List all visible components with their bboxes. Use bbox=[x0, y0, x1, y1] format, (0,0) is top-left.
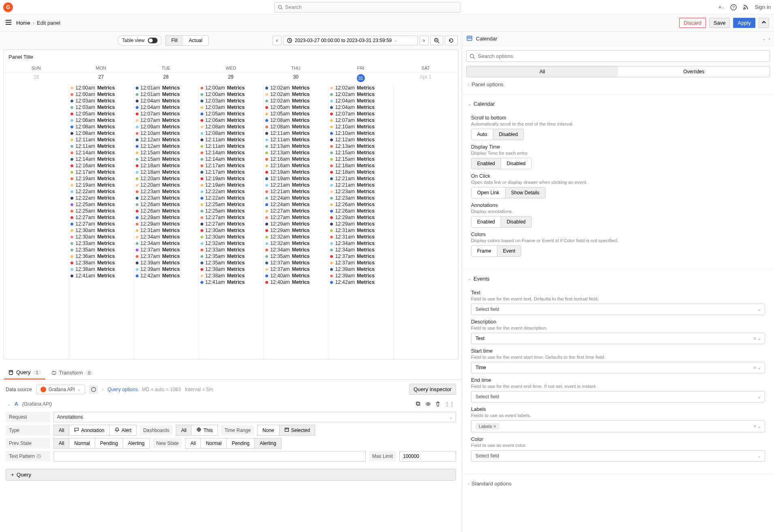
calendar-date-cell[interactable]: 29 bbox=[198, 72, 263, 84]
calendar-event[interactable]: 12:41amMetrics bbox=[200, 279, 262, 285]
calendar-event[interactable]: 12:27amMetrics bbox=[200, 221, 262, 227]
description-field-select[interactable]: Text × ⌄ bbox=[471, 333, 765, 344]
calendar-event[interactable]: 12:08amMetrics bbox=[70, 123, 132, 130]
displaytime-disabled-button[interactable]: Disabled bbox=[501, 158, 531, 169]
calendar-event[interactable]: 12:08amMetrics bbox=[265, 123, 326, 130]
calendar-event[interactable]: 12:26amMetrics bbox=[330, 201, 391, 208]
calendar-event[interactable]: 12:31amMetrics bbox=[136, 227, 197, 234]
time-range-picker[interactable]: 2023-03-27 00:00:00 to 2023-03-31 23:59:… bbox=[283, 36, 418, 45]
calendar-event[interactable]: 12:04amMetrics bbox=[330, 104, 391, 111]
breadcrumb-home[interactable]: Home bbox=[16, 20, 30, 26]
calendar-event[interactable]: 12:17amMetrics bbox=[200, 162, 262, 169]
calendar-event[interactable]: 12:34amMetrics bbox=[330, 240, 391, 247]
prev-seg-opt-normal[interactable]: Normal bbox=[69, 438, 95, 449]
calendar-event[interactable]: 12:19amMetrics bbox=[200, 175, 262, 182]
calendar-event[interactable]: 12:32amMetrics bbox=[265, 240, 326, 247]
type-seg-opt-alert[interactable]: Alert bbox=[109, 425, 137, 436]
calendar-event[interactable]: 12:37amMetrics bbox=[330, 253, 391, 260]
maxlimit-input[interactable] bbox=[399, 451, 456, 462]
annotations-disabled-button[interactable]: Disabled bbox=[501, 217, 531, 227]
calendar-event[interactable]: 12:16amMetrics bbox=[265, 162, 326, 169]
zoom-out-button[interactable] bbox=[430, 36, 443, 45]
calendar-event[interactable]: 12:39amMetrics bbox=[330, 272, 391, 279]
dash-seg-opt-all[interactable]: All bbox=[176, 425, 192, 436]
calendar-event[interactable]: 12:10amMetrics bbox=[330, 130, 391, 136]
calendar-event[interactable]: 12:26amMetrics bbox=[330, 208, 391, 214]
calendar-event[interactable]: 12:08amMetrics bbox=[200, 130, 262, 136]
calendar-event[interactable]: 12:20amMetrics bbox=[136, 182, 197, 188]
signin-link[interactable]: Sign in bbox=[755, 4, 771, 10]
colors-event-button[interactable]: Event bbox=[497, 246, 521, 256]
calendar-event[interactable]: 12:12amMetrics bbox=[136, 136, 197, 143]
datasource-select[interactable]: Grafana API ⌄ bbox=[36, 385, 85, 394]
annotations-enabled-button[interactable]: Enabled bbox=[471, 217, 501, 227]
new-seg-opt-normal[interactable]: Normal bbox=[200, 438, 227, 449]
calendar-event[interactable]: 12:03amMetrics bbox=[70, 104, 132, 111]
calendar-event[interactable]: 12:27amMetrics bbox=[70, 221, 132, 227]
tr-seg-opt-none[interactable]: None bbox=[257, 425, 279, 436]
calendar-event[interactable]: 12:18amMetrics bbox=[330, 169, 391, 175]
scroll-auto-button[interactable]: Auto bbox=[471, 129, 493, 140]
rss-icon[interactable] bbox=[742, 4, 749, 11]
calendar-event[interactable]: 12:35amMetrics bbox=[200, 260, 262, 266]
textpattern-input[interactable] bbox=[53, 451, 366, 462]
discard-button[interactable]: Discard bbox=[679, 18, 706, 28]
query-inspector-button[interactable]: Query inspector bbox=[409, 384, 456, 395]
calendar-event[interactable]: 12:31amMetrics bbox=[330, 234, 391, 240]
calendar-event[interactable]: 12:16amMetrics bbox=[70, 162, 132, 169]
datasource-help-button[interactable] bbox=[89, 385, 98, 394]
calendar-event[interactable]: 12:22amMetrics bbox=[70, 188, 132, 195]
apply-button[interactable]: Apply bbox=[733, 18, 755, 28]
labels-field-select[interactable]: Labels × × ⌄ bbox=[471, 420, 765, 432]
hamburger-icon[interactable] bbox=[5, 19, 12, 27]
refresh-button[interactable] bbox=[445, 36, 458, 45]
calendar-event[interactable]: 12:38amMetrics bbox=[200, 266, 262, 272]
tr-seg-opt-selected[interactable]: Selected bbox=[279, 425, 316, 436]
text-field-select[interactable]: Select field ⌄ bbox=[471, 304, 765, 315]
calendar-event[interactable]: 12:18amMetrics bbox=[136, 162, 197, 169]
calendar-event[interactable]: 12:30amMetrics bbox=[70, 234, 132, 240]
section-calendar[interactable]: ⌄ Calendar bbox=[462, 97, 774, 111]
calendar-event[interactable]: 12:03amMetrics bbox=[70, 98, 132, 104]
starttime-field-select[interactable]: Time × ⌄ bbox=[471, 362, 765, 373]
calendar-event[interactable]: 12:23amMetrics bbox=[330, 188, 391, 195]
remove-chip-icon[interactable]: × bbox=[493, 424, 496, 429]
calendar-event[interactable]: 12:29amMetrics bbox=[330, 214, 391, 221]
calendar-event[interactable]: 12:24amMetrics bbox=[265, 201, 326, 208]
calendar-event[interactable]: 12:03amMetrics bbox=[200, 98, 262, 104]
calendar-event[interactable]: 12:11amMetrics bbox=[70, 136, 132, 143]
chevron-down-icon[interactable]: ⌄ bbox=[7, 402, 11, 406]
onclick-showdetails-button[interactable]: Show Details bbox=[505, 187, 545, 198]
calendar-event[interactable]: 12:27amMetrics bbox=[200, 214, 262, 221]
calendar-event[interactable]: 12:07amMetrics bbox=[136, 117, 197, 123]
new-seg-opt-pending[interactable]: Pending bbox=[226, 438, 255, 449]
calendar-event[interactable]: 12:26amMetrics bbox=[136, 208, 197, 214]
calendar-event[interactable]: 12:07amMetrics bbox=[136, 111, 197, 117]
request-select[interactable]: Annotations ⌄ bbox=[53, 412, 456, 422]
calendar-event[interactable]: 12:25amMetrics bbox=[70, 208, 132, 214]
tab-query[interactable]: Query 1 bbox=[4, 366, 45, 379]
labels-chip[interactable]: Labels × bbox=[475, 423, 499, 430]
type-seg-opt-annotation[interactable]: Annotation bbox=[69, 425, 109, 436]
calendar-event[interactable]: 12:02amMetrics bbox=[330, 85, 391, 91]
calendar-event[interactable]: 12:02amMetrics bbox=[265, 98, 326, 104]
calendar-event[interactable]: 12:11amMetrics bbox=[265, 136, 326, 143]
calendar-event[interactable]: 12:11amMetrics bbox=[200, 136, 262, 143]
calendar-event[interactable]: 12:02amMetrics bbox=[265, 85, 326, 91]
calendar-event[interactable]: 12:38amMetrics bbox=[70, 266, 132, 272]
calendar-event[interactable]: 12:21amMetrics bbox=[265, 182, 326, 188]
calendar-event[interactable]: 12:15amMetrics bbox=[136, 156, 197, 162]
calendar-event[interactable]: 12:13amMetrics bbox=[330, 143, 391, 149]
onclick-openlink-button[interactable]: Open Link bbox=[471, 187, 505, 198]
calendar-event[interactable]: 12:37amMetrics bbox=[330, 260, 391, 266]
calendar-event[interactable]: 12:12amMetrics bbox=[136, 143, 197, 149]
calendar-event[interactable]: 12:08amMetrics bbox=[200, 123, 262, 130]
calendar-event[interactable]: 12:23amMetrics bbox=[330, 195, 391, 201]
calendar-event[interactable]: 12:19amMetrics bbox=[70, 182, 132, 188]
calendar-event[interactable]: 12:22amMetrics bbox=[200, 188, 262, 195]
calendar-event[interactable]: 12:07amMetrics bbox=[330, 117, 391, 123]
calendar-event[interactable]: 12:25amMetrics bbox=[70, 201, 132, 208]
chevron-down-icon[interactable]: ⌄ bbox=[762, 36, 765, 41]
options-search-input[interactable] bbox=[466, 50, 770, 62]
calendar-event[interactable]: 12:34amMetrics bbox=[330, 247, 391, 253]
